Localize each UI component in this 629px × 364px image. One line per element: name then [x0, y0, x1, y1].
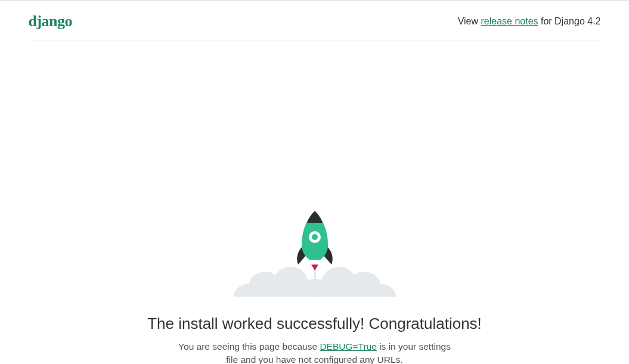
rocket-icon [163, 189, 466, 306]
sub-prefix: You are seeing this page because [178, 341, 320, 351]
svg-point-2 [312, 234, 318, 240]
page-header: django View release notes for Django 4.2 [29, 1, 601, 41]
svg-rect-3 [306, 260, 323, 263]
view-prefix: View [458, 16, 481, 26]
page-subtitle: You are seeing this page because DEBUG=T… [178, 340, 452, 364]
debug-true-link[interactable]: DEBUG=True [320, 341, 376, 351]
view-suffix: for Django 4.2 [538, 16, 601, 26]
django-logo: django [29, 13, 73, 30]
main-content: The install worked successfully! Congrat… [29, 41, 601, 364]
page-heading: The install worked successfully! Congrat… [147, 315, 482, 333]
release-note-text: View release notes for Django 4.2 [458, 16, 601, 27]
release-notes-link[interactable]: release notes [481, 16, 538, 26]
